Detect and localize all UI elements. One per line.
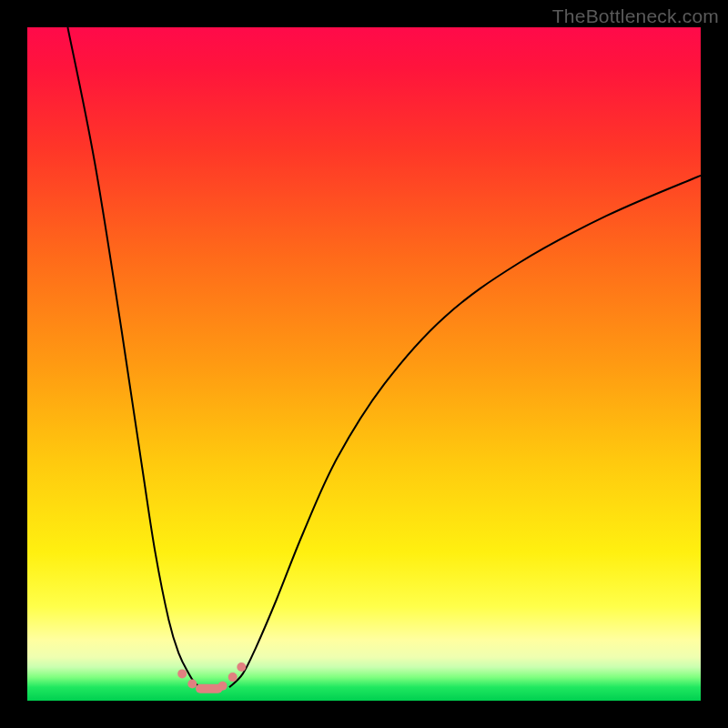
chart-frame: TheBottleneck.com	[0, 0, 728, 728]
valley-marker-4	[237, 662, 246, 672]
valley-markers	[177, 662, 246, 693]
plot-area	[27, 27, 701, 701]
valley-marker-0	[177, 669, 187, 678]
left-curve	[67, 27, 202, 687]
valley-marker-2	[218, 682, 228, 691]
valley-marker-3	[228, 672, 238, 682]
right-curve	[229, 176, 701, 687]
valley-marker-1	[187, 680, 197, 689]
curves-svg	[27, 27, 701, 701]
watermark-text: TheBottleneck.com	[552, 5, 719, 27]
